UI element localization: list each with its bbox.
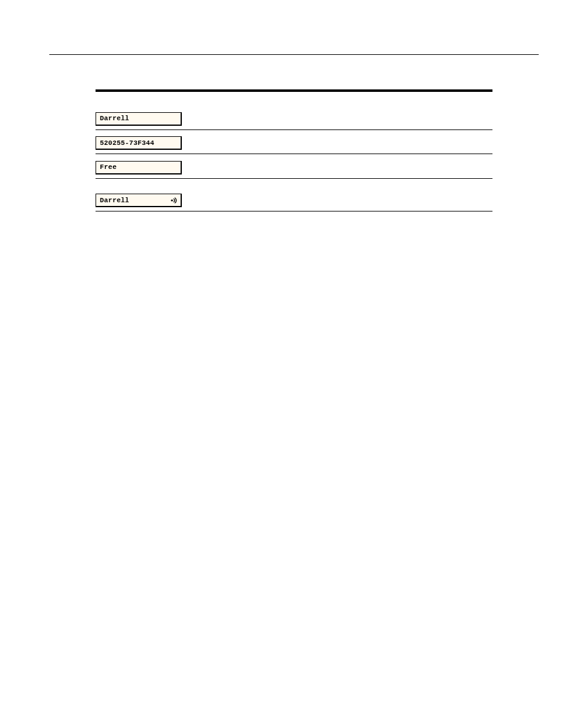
code-value: 520255-73F344: [100, 139, 154, 147]
section-divider: [96, 89, 492, 92]
field-row-name: Darrell: [96, 112, 492, 130]
field-row-status: Free: [96, 160, 492, 179]
sound-icon: [170, 197, 178, 204]
field-row-audio: Darrell: [96, 194, 492, 212]
field-row-code: 520255-73F344: [96, 136, 492, 155]
svg-point-0: [171, 199, 173, 201]
header-divider: [49, 54, 539, 55]
name-value: Darrell: [100, 115, 129, 122]
status-value: Free: [100, 163, 116, 171]
content-area: Darrell 520255-73F344 Free Darrell: [96, 89, 492, 218]
audio-name-field[interactable]: Darrell: [96, 194, 182, 207]
code-field[interactable]: 520255-73F344: [96, 136, 182, 150]
name-field[interactable]: Darrell: [96, 112, 182, 126]
status-field[interactable]: Free: [96, 161, 182, 174]
audio-name-value: Darrell: [100, 197, 129, 204]
